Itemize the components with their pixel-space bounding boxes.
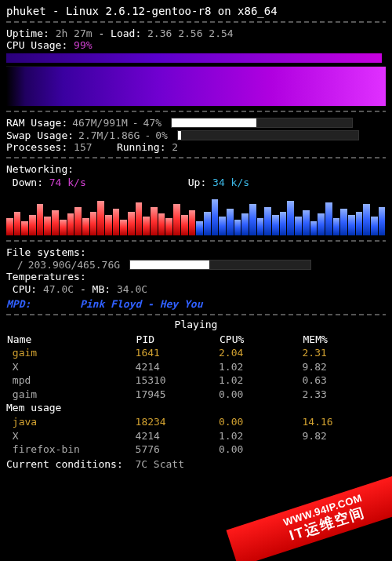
net-bar — [105, 215, 112, 235]
table-row: X42141.029.82 — [6, 360, 386, 374]
watermark-banner: WWW.94IP.COM IT运维空间 — [227, 469, 392, 561]
up-value: 34 k/s — [212, 177, 249, 188]
proc-name: gaim — [6, 388, 136, 402]
net-bar — [272, 215, 279, 235]
net-bar — [37, 204, 44, 235]
weather-value: 7C Scatt — [135, 458, 184, 470]
net-bar — [21, 221, 28, 235]
swap-line: Swap Usage: 2.7M/1.86G - 0% — [6, 129, 386, 142]
net-bar — [333, 218, 340, 235]
table-row: gaim16412.042.31 — [6, 346, 386, 360]
proc-line: Processes: 157 Running: 2 — [6, 141, 386, 154]
net-bar — [379, 207, 386, 235]
temp-cpu-label: CPU: — [13, 283, 37, 295]
proc-mem — [303, 443, 387, 457]
fs-mount: / — [17, 259, 24, 271]
proc-name: X — [6, 360, 136, 374]
net-bar — [227, 209, 234, 235]
table-row: mpd153101.020.63 — [6, 373, 386, 388]
proc-pid: 15310 — [136, 373, 219, 388]
proc-pid: 4214 — [136, 360, 219, 374]
table-header-row: Name PID CPU% MEM% — [6, 333, 386, 347]
net-label: Networking: — [6, 163, 386, 176]
temp-cpu-value: 47.0C — [43, 283, 74, 295]
net-bar — [257, 218, 264, 235]
net-bar — [165, 218, 172, 235]
proc-name: firefox-bin — [6, 443, 136, 457]
col-cpu: CPU% — [219, 333, 302, 347]
swap-pct: 0% — [155, 129, 168, 142]
proc-cpu: 1.02 — [219, 373, 302, 388]
swap-label: Swap Usage: — [6, 129, 74, 142]
net-bar — [113, 209, 120, 235]
net-bar — [128, 212, 135, 235]
table-row: X42141.029.82 — [6, 429, 386, 443]
temp-mb-label: MB: — [93, 283, 111, 295]
net-bar — [6, 218, 13, 235]
mpd-track: Pink Floyd - Hey You — [80, 298, 203, 310]
net-bar — [74, 207, 82, 235]
playing-label: Playing — [6, 319, 386, 331]
net-bar — [90, 212, 97, 235]
up-label: Up: — [188, 177, 206, 188]
fs-value: 203.90G/465.76G — [28, 259, 120, 271]
net-bar — [82, 218, 89, 235]
net-graph — [6, 192, 386, 235]
uptime-value: 2h 27m — [56, 27, 93, 39]
proc-name: gaim — [6, 346, 136, 360]
proc-mem: 14.16 — [303, 415, 387, 429]
net-bar — [14, 212, 21, 235]
table-row: java182340.0014.16 — [6, 415, 386, 429]
swap-bar — [177, 130, 359, 140]
proc-pid: 18234 — [136, 415, 219, 429]
proc-mem: 9.82 — [303, 429, 387, 443]
net-bar — [29, 215, 36, 235]
net-bar — [280, 212, 287, 235]
net-bar — [287, 201, 294, 235]
net-bar — [340, 209, 347, 235]
net-bar — [143, 217, 150, 235]
ram-bar — [171, 118, 353, 128]
mpd-label: MPD: — [6, 298, 31, 310]
mpd-line: MPD: Pink Floyd - Hey You — [6, 298, 386, 311]
proc-cpu: 0.00 — [219, 443, 302, 457]
net-bar — [151, 207, 158, 235]
fs-bar — [129, 260, 311, 270]
col-name: Name — [6, 333, 136, 347]
ram-label: RAM Usage: — [6, 117, 67, 129]
net-bar — [97, 201, 104, 235]
uptime-line: Uptime: 2h 27m - Load: 2.36 2.56 2.54 — [6, 27, 386, 40]
mem-usage-label: Mem usage — [6, 401, 386, 415]
net-bar — [241, 213, 249, 235]
host-line: phuket - Linux 2.6.12-gentoo-r8 on x86_6… — [6, 5, 386, 18]
net-bar — [363, 204, 370, 235]
proc-cpu: 2.04 — [219, 346, 302, 360]
cpu-line: CPU Usage: 99% — [6, 39, 386, 52]
proc-label: Processes: — [6, 141, 67, 153]
proc-pid: 5776 — [136, 443, 219, 457]
proc-cpu: 0.00 — [219, 415, 302, 429]
net-bar — [67, 213, 74, 235]
proc-mem: 2.31 — [303, 346, 387, 360]
net-bar — [234, 220, 241, 235]
net-bar — [371, 217, 378, 235]
down-label: Down: — [13, 177, 43, 188]
ram-pct: 47% — [143, 117, 162, 129]
net-bar — [196, 221, 203, 235]
net-bar — [318, 213, 325, 235]
net-bar — [120, 220, 127, 235]
temp-line: CPU: 47.0C - MB: 34.0C — [6, 283, 386, 296]
hostname: phuket — [6, 5, 46, 17]
col-pid: PID — [136, 333, 219, 347]
proc-pid: 17945 — [136, 388, 219, 402]
table-row: firefox-bin57760.00 — [6, 443, 386, 457]
fs-label: File systems: — [6, 246, 386, 259]
net-bar — [204, 212, 211, 235]
proc-cpu: 1.02 — [219, 360, 302, 374]
proc-pid: 4214 — [136, 429, 219, 443]
proc-mem: 2.33 — [303, 388, 387, 402]
uptime-label: Uptime: — [6, 27, 49, 39]
net-bar — [325, 202, 332, 235]
weather-label: Current conditions: — [6, 458, 123, 470]
divider — [6, 21, 386, 23]
